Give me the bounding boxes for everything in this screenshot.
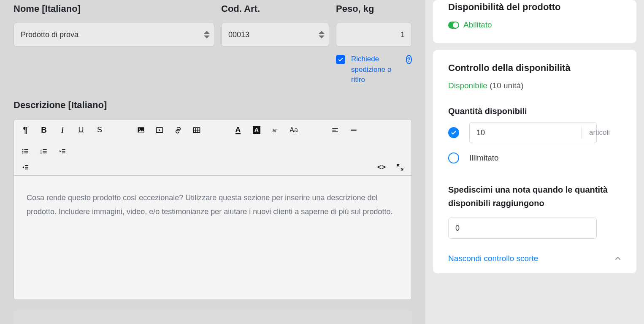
qty-title: Quantità disponibili — [448, 106, 621, 116]
svg-point-13 — [22, 152, 24, 154]
qty-input[interactable] — [470, 128, 581, 137]
svg-point-12 — [22, 151, 24, 152]
name-value: Prodotto di prova — [21, 30, 78, 39]
chevron-up-icon — [204, 31, 210, 34]
link-icon[interactable] — [173, 125, 183, 135]
chevron-down-icon — [204, 35, 210, 38]
font-size-icon[interactable]: a↑ — [271, 125, 280, 135]
name-input[interactable]: Prodotto di prova — [14, 23, 214, 46]
svg-point-1 — [139, 128, 140, 130]
description-editor: ¶ B I U S — [14, 119, 412, 300]
video-icon[interactable] — [155, 125, 164, 135]
sku-input[interactable]: 00013 — [221, 23, 329, 46]
qty-limited-radio[interactable] — [448, 127, 459, 138]
availability-title: Disponibilità del prodotto — [448, 2, 621, 13]
qty-unlimited-label: Illimitato — [469, 153, 499, 163]
enabled-label: Abilitato — [463, 20, 492, 30]
code-icon[interactable]: <> — [377, 163, 386, 172]
stock-control-title: Controllo della disponibilità — [448, 63, 621, 74]
weight-label: Peso, kg — [336, 3, 412, 14]
outdent-icon[interactable] — [58, 147, 67, 156]
qty-unit: articoli — [581, 127, 617, 139]
horizontal-rule-icon[interactable] — [349, 125, 358, 135]
check-icon — [451, 130, 457, 136]
name-label: Nome [Italiano] — [14, 3, 214, 14]
availability-status: Disponibile (10 unità) — [448, 81, 621, 90]
description-textarea[interactable]: Cosa rende questo prodotto così eccezion… — [14, 176, 411, 299]
chevron-up-icon — [614, 255, 621, 262]
image-icon[interactable] — [136, 125, 146, 135]
name-spinner[interactable] — [204, 31, 210, 38]
sku-label: Cod. Art. — [221, 3, 329, 14]
check-icon — [338, 57, 344, 63]
qty-input-wrap[interactable]: articoli — [469, 122, 597, 143]
text-color-icon[interactable]: A — [233, 125, 243, 135]
sku-value: 00013 — [228, 30, 249, 39]
chevron-down-icon — [319, 35, 325, 38]
weight-input[interactable] — [343, 30, 405, 39]
text-case-icon[interactable]: Aa — [289, 125, 298, 135]
paragraph-icon[interactable]: ¶ — [21, 125, 30, 135]
weight-input-wrap[interactable] — [336, 23, 412, 46]
next-section-peek — [14, 310, 412, 324]
svg-point-11 — [22, 149, 24, 150]
italic-icon[interactable]: I — [58, 125, 67, 135]
fullscreen-icon[interactable] — [395, 163, 405, 172]
requires-shipping-label: Richiede spedizione o ritiro — [351, 54, 400, 85]
indent-icon[interactable] — [21, 163, 30, 172]
align-icon[interactable] — [330, 125, 340, 135]
chevron-up-icon — [319, 31, 325, 34]
strike-icon[interactable]: S — [95, 125, 104, 135]
notify-threshold-input[interactable] — [448, 218, 597, 239]
highlight-icon[interactable]: A — [252, 125, 261, 135]
bold-icon[interactable]: B — [39, 125, 49, 135]
unordered-list-icon[interactable] — [21, 147, 30, 156]
hide-stock-link[interactable]: Nascondi controllo scorte — [448, 254, 538, 263]
requires-shipping-checkbox[interactable] — [336, 55, 345, 64]
editor-toolbar: ¶ B I U S — [14, 120, 411, 176]
qty-unlimited-radio[interactable] — [448, 152, 459, 163]
underline-icon[interactable]: U — [76, 125, 86, 135]
ordered-list-icon[interactable]: 123 — [39, 147, 49, 156]
sku-spinner[interactable] — [319, 31, 325, 38]
help-icon[interactable]: ? — [406, 55, 412, 64]
enabled-toggle[interactable] — [448, 22, 459, 29]
notify-title: Spediscimi una nota quando le quantità d… — [448, 183, 621, 210]
description-label: Descrizione [Italiano] — [14, 100, 412, 111]
svg-text:3: 3 — [41, 152, 42, 154]
table-icon[interactable] — [192, 125, 201, 135]
